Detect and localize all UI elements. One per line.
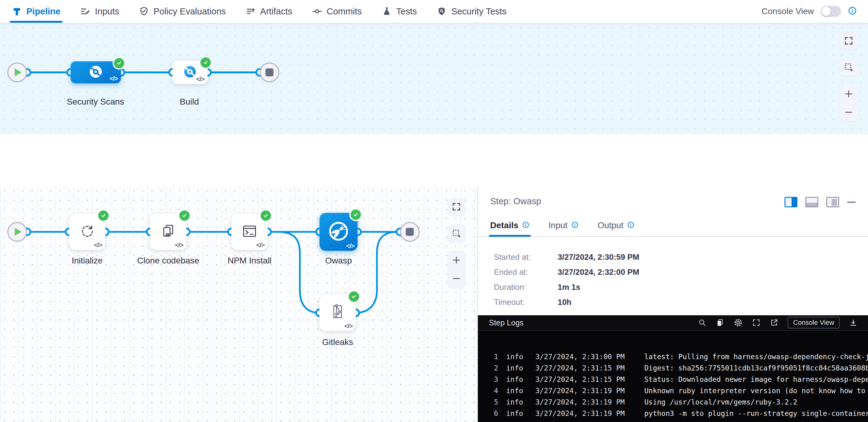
play-icon [15, 68, 22, 76]
step-detail-rows: Started at:3/27/2024, 2:30:59 PM Ended a… [494, 250, 639, 310]
tab-artifacts[interactable]: Artifacts [246, 0, 292, 23]
stage-start-node[interactable] [7, 63, 27, 82]
log-message: Unknown ruby interpreter version (do not… [644, 387, 868, 395]
log-timestamp: 3/27/2024, 2:31:19 PM [535, 398, 625, 406]
log-timestamp: 3/27/2024, 2:31:19 PM [535, 387, 625, 395]
toggle-knob [822, 7, 831, 16]
log-line-number: 5 [489, 398, 498, 406]
tab-input[interactable]: Input [549, 215, 579, 236]
log-message: python3 -m sto_plugin --run-strategy sin… [644, 410, 868, 417]
tab-commits[interactable]: Commits [312, 0, 362, 23]
log-line: 2info3/27/2024, 2:31:15 PMDigest: sha256… [478, 362, 868, 374]
gitleaks-icon [329, 303, 347, 323]
tab-output[interactable]: Output [598, 215, 634, 236]
detail-row: Started at:3/27/2024, 2:30:59 PM [494, 250, 639, 265]
tab-inputs[interactable]: Inputs [80, 0, 119, 23]
log-timestamp: 3/27/2024, 2:31:15 PM [535, 364, 625, 372]
zoom-in-button[interactable] [840, 85, 858, 103]
log-level: info [506, 353, 523, 361]
tab-label: Security Tests [451, 6, 506, 17]
stage-label: Security Scans [43, 97, 148, 107]
console-view-button[interactable]: Console View [787, 317, 840, 328]
log-line: 6info3/27/2024, 2:31:19 PMpython3 -m sto… [478, 408, 868, 419]
zoom-controls [840, 85, 858, 122]
log-level: info [506, 387, 523, 395]
code-glyph: </> [344, 322, 353, 330]
step-node-gitleaks[interactable]: </> [319, 295, 356, 331]
tab-label: Pipeline [26, 6, 60, 17]
tab-security-tests[interactable]: Security Tests [436, 0, 506, 23]
zoom-in-button[interactable] [447, 251, 465, 269]
tab-policy-evaluations[interactable]: Policy Evaluations [139, 0, 226, 23]
tab-tests[interactable]: Tests [381, 0, 417, 23]
tab-details[interactable]: Details [490, 215, 529, 236]
log-line-number: 4 [489, 387, 498, 395]
settings-gear-icon[interactable] [734, 318, 743, 327]
zoom-out-button[interactable] [840, 103, 858, 121]
split-view-icon[interactable] [784, 197, 797, 207]
step-label: Gitleaks [285, 337, 390, 347]
bottom-view-icon[interactable] [805, 197, 818, 207]
step-panel-title: Step: Owasp [490, 196, 541, 206]
stage-graph-canvas[interactable]: </> </> Security Scans Build [0, 23, 868, 134]
step-node-clone-codebase[interactable]: </> [150, 214, 186, 250]
search-icon[interactable] [698, 318, 707, 327]
tab-label: Tests [396, 6, 417, 17]
success-badge [113, 57, 126, 70]
code-glyph: </> [175, 241, 183, 249]
step-end-node[interactable] [400, 222, 420, 242]
open-external-icon[interactable] [770, 318, 778, 327]
clone-codebase-icon [159, 222, 177, 241]
zoom-out-button[interactable] [447, 269, 465, 287]
success-badge [97, 209, 110, 222]
marquee-select-button[interactable] [840, 58, 858, 76]
log-line: 4info3/27/2024, 2:31:19 PMUnknown ruby i… [478, 385, 868, 396]
step-start-node[interactable] [7, 222, 27, 242]
commit-icon [312, 6, 322, 17]
terminal-icon [241, 222, 258, 241]
fit-to-screen-button[interactable] [447, 198, 465, 216]
info-icon[interactable] [571, 221, 579, 230]
detail-value: 3/27/2024, 2:32:00 PM [558, 267, 639, 277]
fit-to-screen-button[interactable] [840, 32, 858, 50]
console-view-toggle[interactable] [821, 6, 841, 17]
log-line: 3info3/27/2024, 2:31:15 PMStatus: Downlo… [478, 374, 868, 385]
stage-node-security-scans[interactable]: </> [71, 61, 121, 84]
minimize-panel-icon[interactable] [847, 201, 856, 203]
log-message: Status: Downloaded newer image for harne… [644, 376, 868, 383]
step-node-initialize[interactable]: </> [69, 214, 105, 250]
step-logs-header: Step Logs Console View [478, 315, 868, 331]
detail-value: 10h [558, 297, 571, 307]
tab-pipeline[interactable]: Pipeline [12, 0, 60, 23]
step-node-npm-install[interactable]: </> [231, 214, 268, 250]
stop-icon [406, 228, 414, 236]
log-line-number: 1 [489, 353, 498, 361]
log-lines[interactable]: 1info3/27/2024, 2:31:00 PMlatest: Pullin… [478, 331, 868, 422]
initialize-icon [79, 223, 96, 241]
log-level: info [506, 398, 523, 406]
step-node-owasp[interactable]: </> [319, 213, 358, 251]
info-icon[interactable] [627, 221, 634, 230]
download-icon[interactable] [849, 318, 858, 327]
log-level: info [506, 410, 523, 417]
fill [806, 203, 817, 206]
log-timestamp: 3/27/2024, 2:31:15 PM [535, 376, 625, 383]
log-timestamp: 3/27/2024, 2:31:00 PM [535, 353, 625, 361]
stage-links [0, 23, 307, 134]
step-label: Owasp [286, 256, 391, 266]
fill [792, 198, 797, 206]
marquee-select-button[interactable] [447, 225, 465, 242]
stage-end-node[interactable] [260, 63, 279, 82]
stage-node-build[interactable]: </> [173, 61, 208, 84]
right-view-icon[interactable] [826, 197, 839, 207]
info-icon[interactable] [848, 6, 857, 17]
shield-check-icon [139, 6, 149, 17]
success-badge [347, 290, 360, 303]
info-icon[interactable] [522, 221, 529, 230]
expand-icon[interactable] [752, 318, 761, 327]
success-badge [349, 208, 362, 221]
copy-icon[interactable] [716, 318, 724, 327]
log-level: info [506, 364, 523, 372]
detail-label: Started at: [494, 252, 558, 262]
step-graph-canvas[interactable]: </> </> </> </> </> Initialize Clone cod… [0, 187, 478, 422]
